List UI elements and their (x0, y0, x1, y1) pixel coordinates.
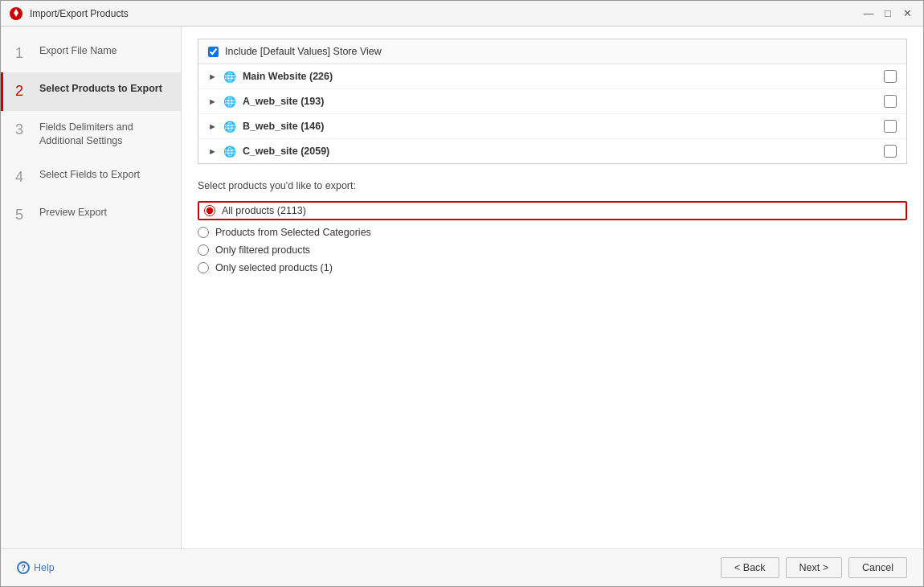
step-4-number: 4 (15, 168, 31, 187)
main-content: Include [Default Values] Store View ► 🌐 … (182, 27, 923, 548)
globe-icon-a: 🌐 (223, 96, 236, 108)
step-3-number: 3 (15, 121, 31, 139)
include-default-checkbox[interactable] (208, 47, 219, 57)
store-row-main[interactable]: ► 🌐 Main Website (226) (198, 64, 906, 89)
product-selection: Select products you'd like to export: Al… (198, 180, 907, 273)
content-area: 1 Export File Name 2 Select Products to … (1, 27, 923, 548)
back-button[interactable]: < Back (721, 557, 779, 578)
radio-option-selected[interactable]: Only selected products (1) (198, 262, 907, 273)
radio-group: All products (2113) Products from Select… (198, 201, 907, 273)
radio-categories-label: Products from Selected Categories (215, 227, 371, 238)
sidebar: 1 Export File Name 2 Select Products to … (1, 27, 182, 548)
step-3-label: Fields Delimiters and Additional Setting… (39, 121, 169, 149)
title-bar: Import/Export Products — □ ✕ (1, 1, 923, 27)
store-name-main: Main Website (226) (243, 71, 884, 82)
bottom-bar: ? Help < Back Next > Cancel (1, 548, 923, 586)
help-icon: ? (17, 561, 30, 574)
store-view-header: Include [Default Values] Store View (198, 39, 906, 64)
help-link[interactable]: ? Help (17, 561, 714, 574)
include-default-label[interactable]: Include [Default Values] Store View (225, 46, 382, 57)
store-view-panel: Include [Default Values] Store View ► 🌐 … (198, 39, 907, 164)
step-1-label: Export File Name (39, 44, 117, 59)
radio-option-all[interactable]: All products (2113) (198, 201, 907, 220)
store-checkbox-a[interactable] (884, 95, 897, 108)
expand-arrow-a[interactable]: ► (208, 96, 217, 106)
expand-arrow-b[interactable]: ► (208, 121, 217, 131)
product-selection-label: Select products you'd like to export: (198, 180, 907, 191)
app-icon (9, 6, 23, 21)
globe-icon-b: 🌐 (223, 121, 236, 133)
expand-arrow-c[interactable]: ► (208, 146, 217, 156)
store-checkbox-main[interactable] (884, 70, 897, 83)
step-1-number: 1 (15, 44, 31, 63)
step-4-label: Select Fields to Export (39, 168, 140, 183)
window-controls: — □ ✕ (861, 6, 915, 22)
step-5-number: 5 (15, 206, 31, 224)
next-button[interactable]: Next > (786, 557, 842, 578)
close-button[interactable]: ✕ (899, 6, 915, 22)
minimize-button[interactable]: — (861, 6, 877, 22)
store-checkbox-b[interactable] (884, 120, 897, 133)
store-checkbox-c[interactable] (884, 145, 897, 158)
globe-icon-main: 🌐 (223, 71, 236, 83)
radio-categories[interactable] (198, 227, 209, 238)
step-2-label: Select Products to Export (39, 82, 162, 96)
sidebar-item-step-2[interactable]: 2 Select Products to Export (1, 72, 181, 110)
radio-filtered[interactable] (198, 244, 209, 256)
store-row-c[interactable]: ► 🌐 C_web_site (2059) (198, 139, 906, 163)
sidebar-item-step-5[interactable]: 5 Preview Export (1, 196, 181, 234)
restore-button[interactable]: □ (880, 6, 896, 22)
globe-icon-c: 🌐 (223, 146, 236, 158)
radio-selected-label: Only selected products (1) (215, 262, 333, 273)
sidebar-item-step-4[interactable]: 4 Select Fields to Export (1, 158, 181, 196)
radio-all-label: All products (2113) (222, 205, 306, 216)
store-row-b[interactable]: ► 🌐 B_web_site (146) (198, 114, 906, 139)
store-row-a[interactable]: ► 🌐 A_web_site (193) (198, 89, 906, 114)
window-title: Import/Export Products (30, 8, 861, 19)
radio-selected[interactable] (198, 262, 209, 273)
help-label: Help (34, 562, 55, 573)
radio-option-filtered[interactable]: Only filtered products (198, 244, 907, 256)
store-name-a: A_web_site (193) (243, 96, 884, 107)
main-window: Import/Export Products — □ ✕ 1 Export Fi… (0, 0, 924, 587)
radio-filtered-label: Only filtered products (215, 244, 310, 256)
sidebar-item-step-3[interactable]: 3 Fields Delimiters and Additional Setti… (1, 111, 181, 158)
step-5-label: Preview Export (39, 206, 107, 220)
radio-option-categories[interactable]: Products from Selected Categories (198, 227, 907, 238)
store-name-b: B_web_site (146) (243, 121, 884, 132)
expand-arrow-main[interactable]: ► (208, 72, 217, 81)
sidebar-item-step-1[interactable]: 1 Export File Name (1, 35, 181, 72)
cancel-button[interactable]: Cancel (848, 557, 907, 578)
store-name-c: C_web_site (2059) (243, 146, 884, 157)
radio-all[interactable] (204, 205, 215, 216)
step-2-number: 2 (15, 82, 31, 101)
store-view-body: ► 🌐 Main Website (226) ► 🌐 A_web_site (1… (198, 64, 906, 163)
